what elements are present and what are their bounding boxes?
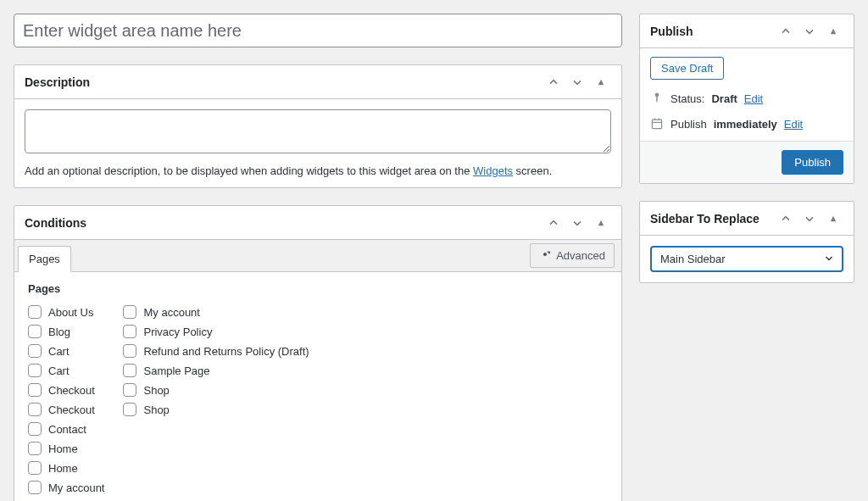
checkbox[interactable] — [28, 403, 42, 416]
checkbox[interactable] — [123, 305, 136, 319]
page-label: My account — [48, 482, 104, 494]
checkbox[interactable] — [28, 422, 42, 436]
move-down-button[interactable] — [799, 209, 820, 229]
page-checkbox-row[interactable]: Contact — [28, 422, 104, 436]
edit-status-link[interactable]: Edit — [744, 92, 763, 105]
page-checkbox-row[interactable]: Refund and Returns Policy (Draft) — [123, 344, 309, 358]
checkbox[interactable] — [123, 403, 136, 416]
checkbox[interactable] — [28, 383, 42, 397]
advanced-button[interactable]: Advanced — [530, 243, 615, 268]
svg-rect-0 — [652, 120, 661, 128]
checkbox[interactable] — [28, 461, 42, 475]
move-up-button[interactable] — [543, 213, 564, 233]
schedule-row: Publish immediately Edit — [650, 117, 843, 131]
page-label: About Us — [48, 306, 93, 319]
checkbox[interactable] — [28, 305, 42, 319]
checkbox[interactable] — [28, 344, 42, 358]
chevron-down-icon — [823, 252, 835, 266]
sidebar-replace-heading: Sidebar To Replace — [650, 212, 760, 225]
page-checkbox-row[interactable]: Sample Page — [123, 364, 309, 377]
page-label: Sample Page — [143, 365, 209, 377]
description-helper: Add an optional description, to be displ… — [25, 164, 611, 177]
checkbox[interactable] — [123, 364, 136, 377]
move-up-button[interactable] — [776, 21, 796, 42]
page-checkbox-row[interactable]: Checkout — [28, 383, 104, 397]
pages-section-label: Pages — [28, 282, 608, 295]
page-checkbox-row[interactable]: Shop — [123, 383, 309, 397]
page-label: Privacy Policy — [143, 326, 212, 338]
page-checkbox-row[interactable]: Checkout — [28, 403, 104, 416]
toggle-panel-button[interactable] — [823, 209, 843, 229]
checkbox[interactable] — [28, 325, 42, 338]
pin-icon — [650, 92, 664, 105]
description-heading: Description — [25, 75, 90, 89]
page-label: Refund and Returns Policy (Draft) — [143, 345, 309, 358]
widgets-link[interactable]: Widgets — [473, 164, 513, 177]
move-up-button[interactable] — [776, 209, 796, 229]
checkbox[interactable] — [123, 344, 136, 358]
page-label: Checkout — [48, 384, 95, 397]
checkbox[interactable] — [123, 383, 136, 397]
page-label: Cart — [48, 365, 70, 377]
move-down-button[interactable] — [799, 21, 820, 42]
page-label: Home — [48, 443, 78, 455]
checkbox[interactable] — [28, 442, 42, 455]
move-down-button[interactable] — [567, 213, 587, 233]
description-box: Description Add an optional description,… — [14, 64, 622, 188]
checkbox[interactable] — [28, 481, 42, 494]
page-checkbox-row[interactable]: Shop — [123, 403, 309, 416]
publish-button[interactable]: Publish — [782, 150, 843, 175]
toggle-panel-button[interactable] — [823, 21, 843, 42]
toggle-panel-button[interactable] — [591, 72, 611, 92]
page-label: Home — [48, 462, 78, 475]
page-checkbox-row[interactable]: My account — [28, 481, 104, 494]
publish-heading: Publish — [650, 25, 693, 38]
description-textarea[interactable] — [25, 109, 611, 153]
page-label: My account — [143, 306, 199, 319]
tab-pages[interactable]: Pages — [18, 246, 71, 272]
conditions-heading: Conditions — [25, 216, 86, 230]
checkbox[interactable] — [123, 325, 136, 338]
sidebar-replace-select[interactable]: Main Sidebar — [650, 246, 843, 272]
page-label: Contact — [48, 423, 86, 436]
gear-icon — [539, 248, 551, 263]
page-checkbox-row[interactable]: About Us — [28, 305, 104, 319]
page-label: Checkout — [48, 404, 95, 416]
page-label: Blog — [48, 326, 70, 338]
page-checkbox-row[interactable]: Blog — [28, 325, 104, 338]
publish-box: Publish Save Draft Status: Draft Edit — [639, 14, 854, 184]
calendar-icon — [650, 117, 664, 131]
page-checkbox-row[interactable]: Privacy Policy — [123, 325, 309, 338]
page-checkbox-row[interactable]: Home — [28, 461, 104, 475]
page-checkbox-row[interactable]: My account — [123, 305, 309, 319]
toggle-panel-button[interactable] — [591, 213, 611, 233]
edit-schedule-link[interactable]: Edit — [784, 118, 803, 131]
page-checkbox-row[interactable]: Home — [28, 442, 104, 455]
conditions-box: Conditions Pages Advanced Pages About Us… — [14, 205, 622, 501]
sidebar-replace-box: Sidebar To Replace Main Sidebar — [639, 201, 854, 283]
page-checkbox-row[interactable]: Cart — [28, 364, 104, 377]
page-label: Shop — [143, 384, 169, 397]
status-row: Status: Draft Edit — [650, 92, 843, 105]
checkbox[interactable] — [28, 364, 42, 377]
page-label: Shop — [143, 404, 169, 416]
page-checkbox-row[interactable]: Cart — [28, 344, 104, 358]
widget-area-name-input[interactable] — [14, 14, 622, 47]
move-up-button[interactable] — [543, 72, 564, 92]
page-label: Cart — [48, 345, 70, 358]
save-draft-button[interactable]: Save Draft — [650, 57, 724, 80]
move-down-button[interactable] — [567, 72, 587, 92]
